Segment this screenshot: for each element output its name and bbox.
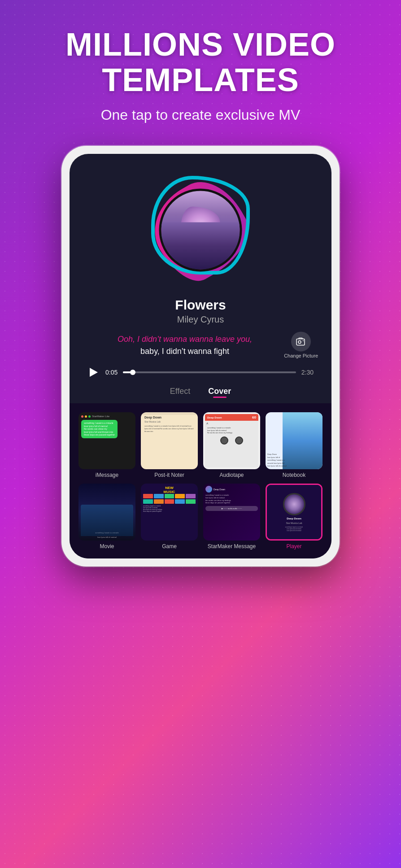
album-art (142, 172, 259, 288)
template-label-postit: Post-it Noter (154, 472, 184, 478)
template-label-imessage: iMessage (96, 472, 118, 478)
template-section: StarMaker Lite something I await is a mi… (70, 403, 331, 558)
template-label-player: Player (286, 543, 301, 550)
template-item-starmaker[interactable]: Deep Down something I await is a miracle… (203, 484, 260, 550)
template-label-movie: Movie (100, 543, 114, 550)
template-item-notebook[interactable]: Deep Downlove lyrics full ofsomething I … (266, 412, 323, 478)
phone-screen: Flowers Miley Cyrus Ooh, I didn’t wanna … (70, 154, 331, 558)
template-label-notebook: Notebook (283, 472, 305, 478)
lyric-line-1: Ooh, I didn’t wanna wanna leave you, (83, 335, 287, 344)
progress-section: 0:05 2:30 (83, 366, 318, 379)
screen-content: Flowers Miley Cyrus Ooh, I didn’t wanna … (70, 154, 331, 403)
change-picture-label: Change Picture (284, 353, 318, 359)
tabs-row: Effect Cover (170, 387, 231, 403)
template-thumb-movie: something I await is a miracle love lyri… (78, 484, 135, 541)
phone-mockup: Flowers Miley Cyrus Ooh, I didn’t wanna … (0, 146, 401, 567)
template-thumb-notebook: Deep Downlove lyrics full ofsomething I … (266, 412, 323, 469)
tab-effect[interactable]: Effect (170, 387, 191, 398)
change-picture-icon (291, 332, 311, 352)
progress-controls: 0:05 2:30 (87, 366, 314, 379)
song-artist: Miley Cyrus (177, 314, 224, 325)
template-thumb-imessage: StarMaker Lite something I await is a mi… (78, 412, 135, 469)
lyric-line-2: baby, I didn’t wanna fight (83, 347, 287, 356)
header-subtitle: One tap to create exclusive MV (18, 107, 383, 123)
svg-rect-0 (296, 339, 305, 345)
time-current: 0:05 (105, 369, 118, 376)
template-thumb-audiotape: Deep Down 60 A something I await is a mi… (203, 412, 260, 469)
lyrics-container: Ooh, I didn’t wanna wanna leave you, bab… (83, 335, 318, 356)
play-icon (90, 368, 98, 377)
template-item-movie[interactable]: something I await is a miracle love lyri… (78, 484, 135, 550)
svg-point-2 (303, 340, 304, 341)
time-total: 2:30 (301, 369, 314, 376)
play-button[interactable] (87, 366, 100, 379)
template-thumb-game: NEWMUSIC (141, 484, 198, 541)
tab-cover[interactable]: Cover (208, 387, 231, 398)
progress-bar-track[interactable] (123, 371, 296, 373)
header-title: MILLIONS VIDEO TEMPLATES (18, 27, 383, 98)
progress-bar-fill (123, 371, 133, 373)
template-item-player[interactable]: Deep Down Star Musica Lab something I aw… (266, 484, 323, 550)
template-item-game[interactable]: NEWMUSIC (141, 484, 198, 550)
template-item-imessage[interactable]: StarMaker Lite something I await is a mi… (78, 412, 135, 478)
template-thumb-player: Deep Down Star Musica Lab something I aw… (266, 484, 323, 541)
album-circle (159, 189, 242, 272)
player-disc (283, 493, 305, 515)
template-thumb-postit: Deep Down Star Musica Lab something I aw… (141, 412, 198, 469)
phone-outer-frame: Flowers Miley Cyrus Ooh, I didn’t wanna … (61, 146, 340, 567)
template-grid: StarMaker Lite something I await is a mi… (78, 412, 323, 550)
template-item-postit[interactable]: Deep Down Star Musica Lab something I aw… (141, 412, 198, 478)
song-title: Flowers (175, 297, 226, 313)
change-picture-button[interactable]: Change Picture (284, 332, 318, 359)
template-label-starmaker: StarMaker Message (208, 543, 256, 550)
header-section: MILLIONS VIDEO TEMPLATES One tap to crea… (0, 0, 401, 137)
template-item-audiotape[interactable]: Deep Down 60 A something I await is a mi… (203, 412, 260, 478)
template-label-audiotape: Audiotape (219, 472, 244, 478)
template-label-game: Game (162, 543, 177, 550)
svg-point-1 (298, 341, 301, 344)
template-thumb-starmaker: Deep Down something I await is a miracle… (203, 484, 260, 541)
